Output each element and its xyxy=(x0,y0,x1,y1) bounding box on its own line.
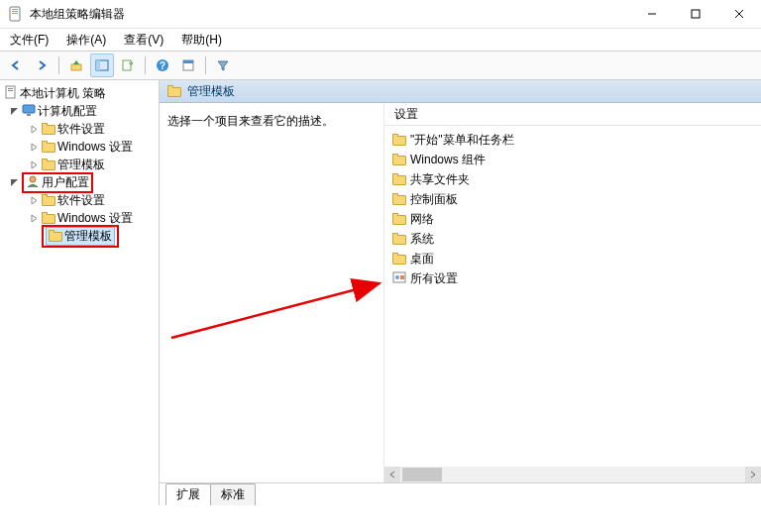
footer-area xyxy=(0,505,761,532)
list-item[interactable]: 网络 xyxy=(392,209,753,229)
toolbar: ? xyxy=(0,51,761,80)
export-button[interactable] xyxy=(116,53,140,77)
list-item[interactable]: 共享文件夹 xyxy=(392,169,753,189)
svg-rect-17 xyxy=(8,88,13,89)
folder-icon xyxy=(42,123,55,135)
tree-computer-label: 计算机配置 xyxy=(38,103,97,120)
svg-rect-20 xyxy=(27,114,31,116)
folder-icon xyxy=(42,159,55,170)
menu-file[interactable]: 文件(F) xyxy=(8,30,51,51)
list-item-label: 桌面 xyxy=(410,251,434,267)
tree-c-software[interactable]: 软件设置 xyxy=(0,120,159,138)
scroll-thumb[interactable] xyxy=(402,468,442,481)
svg-rect-8 xyxy=(71,64,81,70)
menu-help[interactable]: 帮助(H) xyxy=(179,30,224,51)
tree-u-templates-label: 管理模板 xyxy=(64,228,112,245)
app-icon xyxy=(8,6,24,22)
tab-standard[interactable]: 标准 xyxy=(210,483,256,505)
svg-rect-15 xyxy=(183,60,193,63)
user-icon xyxy=(26,174,40,191)
scroll-left-button[interactable] xyxy=(384,467,400,482)
list-item-label: Windows 组件 xyxy=(410,152,486,168)
folder-icon xyxy=(392,173,406,185)
folder-icon xyxy=(392,193,406,205)
svg-rect-1 xyxy=(12,9,18,10)
menu-action[interactable]: 操作(A) xyxy=(64,30,108,51)
tree-c-templates[interactable]: 管理模板 xyxy=(0,156,159,173)
tree-computer-config[interactable]: 计算机配置 xyxy=(0,102,159,120)
folder-icon xyxy=(392,253,406,265)
expand-icon[interactable] xyxy=(28,196,40,205)
list-item[interactable]: 桌面 xyxy=(392,249,753,268)
filter-button[interactable] xyxy=(211,53,235,77)
computer-icon xyxy=(22,103,36,120)
maximize-button[interactable] xyxy=(674,0,717,28)
list-pane: 设置 "开始"菜单和任务栏 Windows 组件 共享文件夹 控制面板 网络 系… xyxy=(383,103,761,482)
minimize-button[interactable] xyxy=(630,0,674,28)
tree-c-windows[interactable]: Windows 设置 xyxy=(0,138,159,156)
menu-bar: 文件(F) 操作(A) 查看(V) 帮助(H) xyxy=(0,29,761,51)
list-item[interactable]: 控制面板 xyxy=(392,189,753,209)
tree-root[interactable]: 本地计算机 策略 xyxy=(0,84,159,102)
folder-icon xyxy=(392,134,406,146)
tree-user-label: 用户配置 xyxy=(42,174,89,191)
tree-u-templates[interactable]: 管理模板 xyxy=(0,227,159,245)
list-item-label: "开始"菜单和任务栏 xyxy=(410,132,514,149)
folder-icon xyxy=(392,213,406,225)
expand-icon[interactable] xyxy=(28,125,40,134)
list-item[interactable]: "开始"菜单和任务栏 xyxy=(392,130,753,150)
forward-button[interactable] xyxy=(30,53,54,77)
close-button[interactable] xyxy=(717,0,761,28)
folder-icon xyxy=(42,212,55,224)
svg-rect-16 xyxy=(6,86,15,98)
folder-icon xyxy=(42,194,55,206)
collapse-icon[interactable] xyxy=(8,178,20,187)
all-settings-icon xyxy=(392,270,406,287)
horizontal-scrollbar[interactable] xyxy=(384,467,761,482)
show-hide-tree-button[interactable] xyxy=(90,53,114,77)
window-title: 本地组策略编辑器 xyxy=(30,6,630,23)
svg-rect-10 xyxy=(96,60,100,70)
list-item[interactable]: Windows 组件 xyxy=(392,150,753,169)
path-label: 管理模板 xyxy=(187,83,235,100)
tab-strip: 扩展 标准 xyxy=(160,483,761,505)
expand-icon[interactable] xyxy=(28,214,40,223)
list-item-label: 所有设置 xyxy=(410,270,458,287)
folder-icon xyxy=(392,233,406,245)
tree-c-software-label: 软件设置 xyxy=(57,121,105,138)
tab-label: 标准 xyxy=(221,487,245,501)
menu-view[interactable]: 查看(V) xyxy=(122,30,165,51)
list-item[interactable]: 所有设置 xyxy=(392,268,753,288)
svg-rect-2 xyxy=(12,11,18,12)
tree-pane: 本地计算机 策略 计算机配置 软件设置 Windows 设置 管理模板 xyxy=(0,80,160,505)
tree-u-software[interactable]: 软件设置 xyxy=(0,191,159,209)
svg-rect-18 xyxy=(8,90,13,91)
up-button[interactable] xyxy=(64,53,88,77)
list-item-label: 网络 xyxy=(410,211,434,228)
svg-rect-24 xyxy=(400,275,404,279)
tab-extended[interactable]: 扩展 xyxy=(165,483,211,505)
properties-button[interactable] xyxy=(176,53,200,77)
folder-icon xyxy=(392,154,406,165)
svg-rect-19 xyxy=(23,105,35,113)
svg-rect-3 xyxy=(12,13,18,14)
list-item[interactable]: 系统 xyxy=(392,229,753,249)
folder-icon xyxy=(49,230,62,242)
column-header-setting[interactable]: 设置 xyxy=(384,103,761,126)
path-bar: 管理模板 xyxy=(160,80,761,103)
tree-user-config[interactable]: 用户配置 xyxy=(0,173,159,191)
expand-icon[interactable] xyxy=(28,143,40,152)
tree-root-label: 本地计算机 策略 xyxy=(20,85,106,102)
folder-icon xyxy=(42,141,55,153)
list-item-label: 系统 xyxy=(410,231,434,248)
svg-text:?: ? xyxy=(160,60,165,71)
help-button[interactable]: ? xyxy=(151,53,174,77)
svg-point-21 xyxy=(30,176,36,182)
collapse-icon[interactable] xyxy=(8,107,20,116)
folder-icon xyxy=(167,85,181,97)
back-button[interactable] xyxy=(4,53,28,77)
scroll-right-button[interactable] xyxy=(745,467,761,482)
description-pane: 选择一个项目来查看它的描述。 xyxy=(160,103,383,482)
expand-icon[interactable] xyxy=(28,160,40,169)
description-prompt: 选择一个项目来查看它的描述。 xyxy=(167,114,334,128)
